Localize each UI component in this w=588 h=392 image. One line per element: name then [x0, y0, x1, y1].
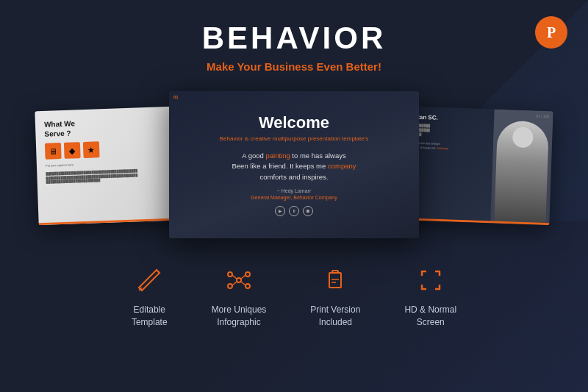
slide-center-heading: Welcome — [259, 113, 329, 132]
slide-right-image — [490, 109, 553, 225]
svg-point-1 — [237, 278, 241, 282]
features-row: EditableTemplate More UniquesInfographic — [0, 264, 588, 329]
ppt-badge-label: P — [547, 24, 556, 41]
play-button: ▶ — [275, 206, 285, 216]
print-label: Print VersionIncluded — [310, 304, 360, 329]
infographic-label: More UniquesInfographic — [212, 304, 267, 329]
nodes-icon — [226, 267, 252, 293]
slide-center-author: ~ Hedy Lamarr — [277, 188, 312, 193]
pencil-icon — [136, 267, 162, 293]
slide-center-content: Welcome Behavior is creative multipurpos… — [169, 91, 419, 238]
svg-rect-10 — [329, 273, 341, 288]
quote-word1: painting — [265, 152, 290, 160]
editable-icon — [133, 264, 165, 296]
feature-infographic: More UniquesInfographic — [212, 264, 267, 329]
slide-left-heading: What WeServe ? — [44, 114, 189, 138]
svg-point-3 — [245, 272, 250, 277]
svg-line-6 — [232, 275, 237, 279]
slide-center-tagline: Behavior is creative multipurpose presen… — [220, 135, 369, 142]
svg-point-2 — [228, 272, 232, 277]
stop-button: ⏹ — [303, 206, 313, 216]
print-icon — [319, 264, 351, 296]
slide-tagline-brand: Behavior — [220, 135, 243, 142]
icon-box-1: 🖥 — [45, 143, 62, 160]
editable-label: EditableTemplate — [132, 304, 168, 329]
slide-center: 01 Welcome Behavior is creative multipur… — [169, 91, 419, 238]
svg-line-8 — [232, 282, 237, 285]
subtitle-plain: Make Your Business Even — [207, 60, 346, 73]
header: BEHAVIOR Make Your Business Even Better! — [0, 0, 588, 73]
infographic-icon — [223, 264, 255, 296]
slide-center-company: General Manager, Behavior Company — [251, 195, 337, 200]
slide-center-controls: ▶ ⏸ ⏹ — [275, 206, 313, 216]
svg-point-5 — [245, 284, 250, 288]
feature-screen: HD & NormalScreen — [404, 264, 456, 329]
slide-tagline-plain: is creative multipurpose presentation te… — [245, 135, 369, 142]
slide-right-number: 01 / 100 — [536, 113, 549, 118]
icon-box-2: ◆ — [64, 142, 81, 159]
feature-print: Print VersionIncluded — [310, 264, 360, 329]
quote-word2: company — [328, 162, 356, 170]
slides-showcase: What WeServe ? 🖥 ◆ ★ Put your caption he… — [0, 88, 588, 242]
fullscreen-icon — [417, 267, 444, 293]
page-title: BEHAVIOR — [0, 21, 588, 56]
slide-center-quote: A good painting to me has always Been li… — [232, 151, 356, 182]
slide-left-icons: 🖥 ◆ ★ — [45, 138, 190, 159]
subtitle-highlight: Better! — [346, 60, 381, 73]
icon-box-3: ★ — [83, 141, 100, 158]
screen-label: HD & NormalScreen — [404, 304, 456, 329]
pause-button: ⏸ — [289, 206, 299, 216]
powerpoint-badge: P — [535, 16, 567, 49]
svg-line-9 — [241, 282, 245, 285]
svg-point-4 — [228, 284, 232, 288]
screen-icon — [415, 264, 447, 296]
svg-line-7 — [241, 275, 245, 279]
feature-editable: EditableTemplate — [132, 264, 168, 329]
clipboard-icon — [322, 267, 348, 293]
page-subtitle: Make Your Business Even Better! — [0, 60, 588, 73]
